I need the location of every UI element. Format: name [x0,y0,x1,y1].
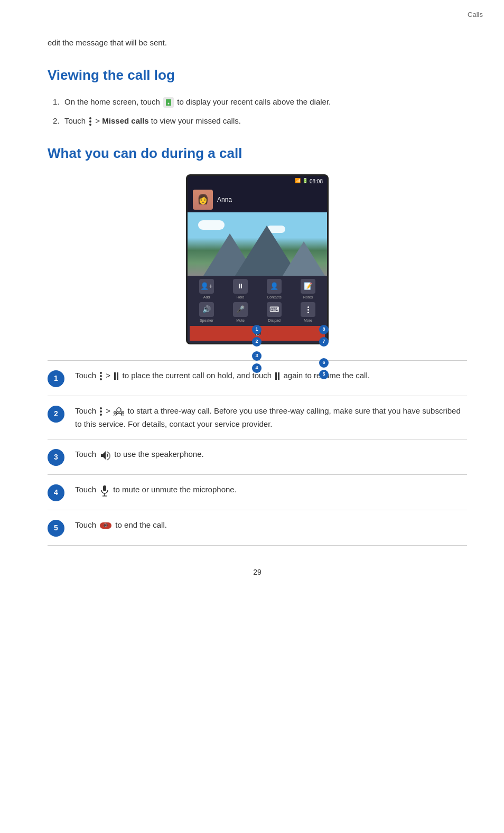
page-num-text: 29 [253,568,262,576]
signal-icon: 📶 [295,177,301,185]
three-way-call-icon [114,405,124,418]
phone-container: 📶 🔋 08:08 👩 Anna [181,174,334,344]
dialpad-icon: ⌨ [267,302,282,317]
row-badge-4: 4 [48,484,64,501]
menu-dots-icon-1 [100,372,102,380]
mute-icon: 🎤 [233,302,248,317]
table-row-2: 2 Touch > [48,396,467,439]
header-label: Calls [468,11,483,18]
row-content-5: Touch 📵 to end the call. [75,519,467,531]
controls-row-2: 🔊 Speaker 🎤 Mute ⌨ Dialpad [190,302,325,324]
table-row-3: 3 Touch to use the speakerphone. [48,439,467,474]
contact-avatar: 👩 [193,190,213,210]
speaker-button[interactable]: 🔊 Speaker [192,302,221,324]
row-content-3: Touch to use the speakerphone. [75,448,467,462]
speaker-icon: 🔊 [199,302,214,317]
avatar-face: 👩 [193,190,213,210]
notes-button[interactable]: 📝 Notes [294,279,323,301]
mute-label: Mute [236,318,245,324]
row-badge-2: 2 [48,406,64,423]
battery-icon: 🔋 [302,177,308,185]
step-1: 1. On the home screen, touch to display … [53,96,467,108]
more-button[interactable]: More [294,302,323,324]
contact-name: Anna [217,195,232,204]
section2-title: What you can do during a call [48,143,467,164]
step-1-num: 1. [53,96,64,108]
more-icon [301,302,315,317]
notes-icon: 📝 [301,279,315,294]
time-display: 08:08 [310,177,323,185]
pause-icon-1 [114,372,118,380]
step-1-text: On the home screen, touch to display you… [64,96,467,108]
phone-app-icon [163,97,174,108]
contacts-button[interactable]: 👤 Contacts [260,279,289,301]
cloud-1 [198,220,225,230]
hold-button[interactable]: ⏸ Hold [226,279,255,301]
row-badge-3: 3 [48,449,64,466]
row-content-1: Touch > to place the current call on hol… [75,369,467,382]
row-badge-5: 5 [48,520,64,537]
badge-6: 6 [319,358,329,368]
dialpad-button[interactable]: ⌨ Dialpad [260,302,289,324]
table-row-4: 4 Touch to mute or unmute the microphone… [48,474,467,510]
row-badge-1: 1 [48,370,64,387]
hold-icon: ⏸ [233,279,248,294]
speaker-label: Speaker [200,318,213,324]
page-header: Calls [468,10,483,20]
menu-dots-icon-2 [100,407,102,416]
hold-label: Hold [237,295,244,301]
badge-8: 8 [319,325,329,334]
mute-button[interactable]: 🎤 Mute [226,302,255,324]
table-row-5: 5 Touch 📵 to end the call. [48,510,467,546]
add-icon: 👤+ [199,279,214,294]
step-2: 2. Touch > Missed calls to view your mis… [53,115,467,127]
notes-label: Notes [303,295,313,301]
intro-text: edit the message that will be sent. [48,37,467,49]
controls-row-1: 👤+ Add ⏸ Hold 👤 Contacts 📝 [190,279,325,301]
contacts-icon: 👤 [267,279,282,294]
page-number: 29 [48,567,467,578]
svg-point-4 [115,411,116,413]
step-2-text: Touch > Missed calls to view your missed… [64,115,467,127]
microphone-icon [99,483,110,497]
contact-header: 👩 Anna [188,187,327,212]
status-bar: 📶 🔋 08:08 [188,176,327,187]
speaker-phone-icon [99,448,111,462]
landscape-background [188,212,327,276]
badge-5: 5 [319,370,329,379]
steps-list: 1. On the home screen, touch to display … [53,96,467,127]
add-button[interactable]: 👤+ Add [192,279,221,301]
badge-1: 1 [252,325,262,334]
end-call-icon-inline: 📵 [100,522,111,529]
call-actions-table: 1 Touch > to place the current call on h… [48,360,467,546]
phone-mockup-section: 📶 🔋 08:08 👩 Anna [48,174,467,344]
svg-rect-6 [103,485,106,491]
step-2-num: 2. [53,115,64,127]
dialpad-label: Dialpad [268,318,281,324]
section1-title: Viewing the call log [48,65,467,86]
mountain-3 [283,241,325,276]
page-content: edit the message that will be sent. View… [0,0,504,610]
menu-dots-icon [89,117,91,126]
phone-screen: 📶 🔋 08:08 👩 Anna [186,174,329,344]
row-content-4: Touch to mute or unmute the microphone. [75,483,467,497]
more-label: More [304,318,312,324]
row-content-2: Touch > to [75,405,467,430]
contacts-label: Contacts [267,295,282,301]
svg-point-5 [122,411,124,413]
add-label: Add [203,295,210,301]
svg-point-1 [117,408,121,412]
pause-icon-2 [275,372,279,380]
badge-3: 3 [252,351,262,361]
badge-7: 7 [319,337,329,347]
badge-2: 2 [252,337,262,347]
badge-4: 4 [252,363,262,373]
